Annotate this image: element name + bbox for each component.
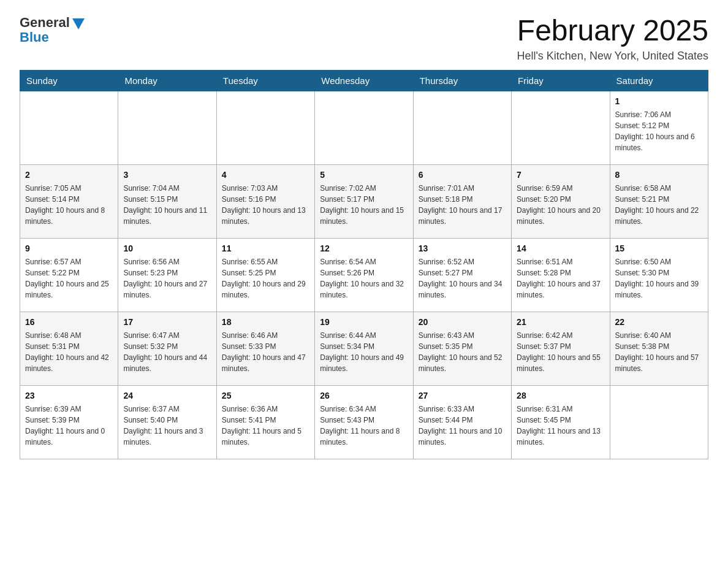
cell-content: 8Sunrise: 6:58 AMSunset: 5:21 PMDaylight… (615, 169, 703, 227)
day-number: 12 (320, 242, 408, 255)
month-title: February 2025 (517, 15, 708, 47)
day-number: 25 (222, 389, 309, 402)
cell-content: 11Sunrise: 6:55 AMSunset: 5:25 PMDayligh… (222, 242, 309, 301)
day-number: 3 (123, 169, 211, 182)
cell-content: 25Sunrise: 6:36 AMSunset: 5:41 PMDayligh… (222, 389, 309, 448)
calendar-cell: 18Sunrise: 6:46 AMSunset: 5:33 PMDayligh… (216, 312, 314, 385)
day-number: 20 (419, 316, 506, 329)
col-wednesday: Wednesday (315, 70, 413, 91)
cell-content: 10Sunrise: 6:56 AMSunset: 5:23 PMDayligh… (123, 242, 211, 301)
calendar-week-3: 16Sunrise: 6:48 AMSunset: 5:31 PMDayligh… (20, 312, 708, 385)
calendar-header-row: Sunday Monday Tuesday Wednesday Thursday… (20, 70, 708, 91)
cell-content: 9Sunrise: 6:57 AMSunset: 5:22 PMDaylight… (25, 242, 113, 301)
cell-content: 26Sunrise: 6:34 AMSunset: 5:43 PMDayligh… (320, 389, 408, 448)
calendar-cell (315, 91, 413, 164)
calendar-week-1: 2Sunrise: 7:05 AMSunset: 5:14 PMDaylight… (20, 164, 708, 238)
calendar-cell: 24Sunrise: 6:37 AMSunset: 5:40 PMDayligh… (118, 385, 216, 459)
day-number: 24 (123, 389, 211, 402)
calendar-cell: 23Sunrise: 6:39 AMSunset: 5:39 PMDayligh… (20, 385, 118, 459)
calendar-cell: 2Sunrise: 7:05 AMSunset: 5:14 PMDaylight… (20, 164, 118, 238)
calendar-cell: 25Sunrise: 6:36 AMSunset: 5:41 PMDayligh… (216, 385, 314, 459)
calendar-cell: 3Sunrise: 7:04 AMSunset: 5:15 PMDaylight… (118, 164, 216, 238)
cell-content: 3Sunrise: 7:04 AMSunset: 5:15 PMDaylight… (123, 169, 211, 227)
cell-content: 16Sunrise: 6:48 AMSunset: 5:31 PMDayligh… (25, 316, 113, 374)
calendar-cell: 11Sunrise: 6:55 AMSunset: 5:25 PMDayligh… (216, 238, 314, 312)
day-number: 14 (517, 242, 604, 255)
cell-content: 15Sunrise: 6:50 AMSunset: 5:30 PMDayligh… (615, 242, 703, 301)
calendar-week-2: 9Sunrise: 6:57 AMSunset: 5:22 PMDaylight… (20, 238, 708, 312)
calendar-cell: 26Sunrise: 6:34 AMSunset: 5:43 PMDayligh… (315, 385, 413, 459)
day-number: 4 (222, 169, 309, 182)
logo-arrow-icon (72, 18, 85, 29)
day-number: 15 (615, 242, 703, 255)
calendar-cell: 28Sunrise: 6:31 AMSunset: 5:45 PMDayligh… (512, 385, 610, 459)
calendar-cell: 4Sunrise: 7:03 AMSunset: 5:16 PMDaylight… (216, 164, 314, 238)
day-number: 1 (615, 95, 703, 108)
calendar-cell: 7Sunrise: 6:59 AMSunset: 5:20 PMDaylight… (512, 164, 610, 238)
day-number: 13 (419, 242, 506, 255)
day-number: 2 (25, 169, 113, 182)
calendar-cell (118, 91, 216, 164)
logo-general-text: General (20, 15, 70, 31)
day-number: 19 (320, 316, 408, 329)
calendar-cell (512, 91, 610, 164)
day-number: 6 (419, 169, 506, 182)
cell-content: 23Sunrise: 6:39 AMSunset: 5:39 PMDayligh… (25, 389, 113, 448)
cell-content: 6Sunrise: 7:01 AMSunset: 5:18 PMDaylight… (419, 169, 506, 227)
day-number: 17 (123, 316, 211, 329)
cell-content: 21Sunrise: 6:42 AMSunset: 5:37 PMDayligh… (517, 316, 604, 374)
cell-content: 4Sunrise: 7:03 AMSunset: 5:16 PMDaylight… (222, 169, 309, 227)
day-number: 18 (222, 316, 309, 329)
cell-content: 24Sunrise: 6:37 AMSunset: 5:40 PMDayligh… (123, 389, 211, 448)
cell-content: 5Sunrise: 7:02 AMSunset: 5:17 PMDaylight… (320, 169, 408, 227)
calendar-cell: 22Sunrise: 6:40 AMSunset: 5:38 PMDayligh… (610, 312, 708, 385)
day-number: 22 (615, 316, 703, 329)
calendar-cell (413, 91, 511, 164)
cell-content: 17Sunrise: 6:47 AMSunset: 5:32 PMDayligh… (123, 316, 211, 374)
calendar-cell: 10Sunrise: 6:56 AMSunset: 5:23 PMDayligh… (118, 238, 216, 312)
cell-content: 1Sunrise: 7:06 AMSunset: 5:12 PMDaylight… (615, 95, 703, 153)
cell-content: 7Sunrise: 6:59 AMSunset: 5:20 PMDaylight… (517, 169, 604, 227)
day-number: 5 (320, 169, 408, 182)
cell-content: 19Sunrise: 6:44 AMSunset: 5:34 PMDayligh… (320, 316, 408, 374)
calendar-cell (216, 91, 314, 164)
calendar-cell: 21Sunrise: 6:42 AMSunset: 5:37 PMDayligh… (512, 312, 610, 385)
cell-content: 28Sunrise: 6:31 AMSunset: 5:45 PMDayligh… (517, 389, 604, 448)
cell-content: 13Sunrise: 6:52 AMSunset: 5:27 PMDayligh… (419, 242, 506, 301)
logo-blue-text: Blue (20, 29, 49, 45)
calendar-week-4: 23Sunrise: 6:39 AMSunset: 5:39 PMDayligh… (20, 385, 708, 459)
day-number: 11 (222, 242, 309, 255)
cell-content: 12Sunrise: 6:54 AMSunset: 5:26 PMDayligh… (320, 242, 408, 301)
col-friday: Friday (512, 70, 610, 91)
col-thursday: Thursday (413, 70, 511, 91)
calendar-cell: 14Sunrise: 6:51 AMSunset: 5:28 PMDayligh… (512, 238, 610, 312)
title-area: February 2025 Hell's Kitchen, New York, … (517, 15, 708, 63)
col-monday: Monday (118, 70, 216, 91)
calendar-cell: 12Sunrise: 6:54 AMSunset: 5:26 PMDayligh… (315, 238, 413, 312)
location-subtitle: Hell's Kitchen, New York, United States (517, 50, 708, 63)
day-number: 21 (517, 316, 604, 329)
logo: General Blue (20, 15, 85, 45)
cell-content: 20Sunrise: 6:43 AMSunset: 5:35 PMDayligh… (419, 316, 506, 374)
calendar-table: Sunday Monday Tuesday Wednesday Thursday… (20, 70, 708, 459)
cell-content: 2Sunrise: 7:05 AMSunset: 5:14 PMDaylight… (25, 169, 113, 227)
day-number: 7 (517, 169, 604, 182)
calendar-cell: 16Sunrise: 6:48 AMSunset: 5:31 PMDayligh… (20, 312, 118, 385)
calendar-cell: 20Sunrise: 6:43 AMSunset: 5:35 PMDayligh… (413, 312, 511, 385)
col-saturday: Saturday (610, 70, 708, 91)
day-number: 16 (25, 316, 113, 329)
page-header: General Blue February 2025 Hell's Kitche… (20, 15, 708, 63)
calendar-cell (20, 91, 118, 164)
cell-content: 27Sunrise: 6:33 AMSunset: 5:44 PMDayligh… (419, 389, 506, 448)
calendar-cell (610, 385, 708, 459)
calendar-cell: 17Sunrise: 6:47 AMSunset: 5:32 PMDayligh… (118, 312, 216, 385)
day-number: 10 (123, 242, 211, 255)
cell-content: 14Sunrise: 6:51 AMSunset: 5:28 PMDayligh… (517, 242, 604, 301)
calendar-cell: 9Sunrise: 6:57 AMSunset: 5:22 PMDaylight… (20, 238, 118, 312)
calendar-week-0: 1Sunrise: 7:06 AMSunset: 5:12 PMDaylight… (20, 91, 708, 164)
calendar-cell: 8Sunrise: 6:58 AMSunset: 5:21 PMDaylight… (610, 164, 708, 238)
calendar-cell: 5Sunrise: 7:02 AMSunset: 5:17 PMDaylight… (315, 164, 413, 238)
day-number: 8 (615, 169, 703, 182)
calendar-cell: 6Sunrise: 7:01 AMSunset: 5:18 PMDaylight… (413, 164, 511, 238)
day-number: 26 (320, 389, 408, 402)
